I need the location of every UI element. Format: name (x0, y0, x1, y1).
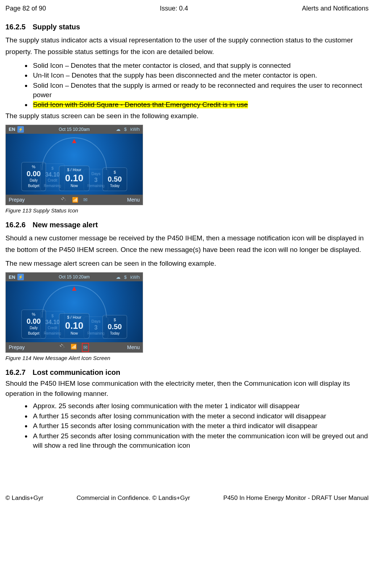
tile-header: $ / Hour (62, 167, 87, 173)
heading-number: 16.2.5 (5, 21, 33, 32)
tile-header: $ (105, 317, 125, 323)
list-item: A further 25 seconds after losing commun… (31, 431, 369, 450)
tile-header: $ / Hour (62, 314, 87, 320)
device-dashboard: % 0.00 Daily Budget $ 34.10 Credit Remai… (6, 134, 143, 195)
tile-sub: Today (105, 331, 125, 336)
device-topbar: EN ⚡ Oct 15 10:20am ☁ $ kWh (6, 273, 143, 281)
tile-value: 0.10 (62, 320, 87, 331)
mail-icon: ✉ (83, 196, 88, 204)
device-screenshot-supply: EN ⚡ Oct 15 10:20am ☁ $ kWh % 0.00 Daily… (5, 125, 143, 205)
tile-value: 0.50 (105, 175, 125, 183)
menu-label: Menu (127, 196, 140, 204)
gauge-needle (72, 286, 76, 291)
menu-label: Menu (127, 344, 140, 351)
paragraph: Should a new customer message be receive… (5, 232, 369, 256)
tile-sub: Now (62, 183, 87, 189)
cloud-icon: ☁ (116, 274, 121, 281)
list-item: A further 15 seconds after losing commun… (31, 421, 369, 431)
heading-supply-status: 16.2.5Supply status (5, 21, 369, 32)
plug-icon: 🔌 (61, 196, 67, 204)
heading-text: Lost communication icon (33, 368, 120, 376)
tile-today: $ 0.50 Today (102, 315, 127, 339)
paragraph: The supply status indicator acts a visua… (5, 34, 369, 58)
list-item: Solid Icon – Denotes that the supply is … (31, 81, 369, 99)
list-item: Un-lit Icon – Denotes that the supply ha… (31, 71, 369, 80)
page-header: Page 82 of 90 Issue: 0.4 Alerts and Noti… (5, 4, 369, 13)
plug-icon: 🔌 (59, 343, 66, 352)
dollar-icon: $ (124, 274, 127, 281)
confidentiality: Commercial in Confidence. © Landis+Gyr (76, 493, 190, 503)
tile-today: $ 0.50 Today (102, 167, 127, 191)
kwh-label: kWh (130, 274, 140, 281)
bolt-icon: ⚡ (17, 274, 24, 280)
tile-sub: Now (62, 331, 87, 336)
paragraph: Should the P450 IHEM lose communication … (5, 378, 369, 398)
prepay-label: Prepay (9, 344, 25, 351)
heading-text: New message alert (33, 221, 98, 229)
mail-icon-highlighted: ✉ (82, 343, 89, 352)
kwh-label: kWh (130, 126, 140, 133)
tile-header: $ (105, 169, 125, 175)
issue-number: Issue: 0.4 (160, 4, 188, 13)
tile-now: $ / Hour 0.10 Now (59, 166, 89, 191)
wifi-icon: 📶 (71, 343, 77, 352)
tile-value: 0.50 (105, 323, 125, 331)
bullet-list: Approx. 25 seconds after losing communic… (5, 401, 369, 450)
paragraph: The supply status screen can be seen in … (5, 110, 369, 122)
copyright-left: © Landis+Gyr (5, 493, 43, 503)
bullet-list: Solid Icon – Denotes that the meter cont… (5, 61, 369, 109)
doc-title: P450 In Home Energy Monitor - DRAFT User… (223, 493, 369, 503)
heading-lost-comm: 16.2.7Lost communication icon (5, 367, 369, 378)
heading-number: 16.2.6 (5, 219, 33, 230)
heading-new-message: 16.2.6New message alert (5, 219, 369, 230)
lang-label: EN (9, 274, 15, 281)
tile-now: $ / Hour 0.10 Now (59, 313, 89, 339)
gauge-needle (72, 139, 76, 143)
figure-caption: Figure 114 New Message Alert Icon Screen (5, 354, 369, 363)
heading-text: Supply status (33, 23, 80, 31)
prepay-label: Prepay (9, 196, 25, 204)
list-item: Solid Icon with Solid Square - Denotes t… (31, 100, 369, 109)
tile-sub: Today (105, 183, 125, 189)
section-title: Alerts and Notifications (302, 4, 369, 13)
lang-label: EN (9, 126, 15, 133)
figure-caption: Figure 113 Supply Status Icon (5, 207, 369, 215)
page-number: Page 82 of 90 (5, 4, 46, 13)
device-bottombar: Prepay 🔌 📶 ✉ Menu (6, 195, 143, 205)
list-item: Approx. 25 seconds after losing communic… (31, 401, 369, 411)
device-dashboard: % 0.00 Daily Budget $ 34.10 Credit Remai… (6, 281, 143, 342)
highlighted-strikethrough: Solid Icon with Solid Square - Denotes t… (33, 101, 248, 108)
device-topbar: EN ⚡ Oct 15 10:20am ☁ $ kWh (6, 125, 143, 134)
paragraph: The new message alert screen can be seen… (5, 258, 369, 269)
dollar-icon: $ (124, 126, 127, 133)
device-bottombar: Prepay 🔌 📶 ✉ Menu (6, 342, 143, 352)
bolt-icon: ⚡ (17, 126, 24, 133)
page-footer: © Landis+Gyr Commercial in Confidence. ©… (5, 493, 369, 503)
heading-number: 16.2.7 (5, 367, 33, 378)
list-item: Solid Icon – Denotes that the meter cont… (31, 61, 369, 70)
datetime-label: Oct 15 10:20am (59, 126, 89, 133)
list-item: A further 15 seconds after losing commun… (31, 411, 369, 421)
wifi-icon: 📶 (72, 196, 78, 204)
cloud-icon: ☁ (116, 126, 121, 133)
datetime-label: Oct 15 10:20am (59, 274, 89, 280)
device-screenshot-message: EN ⚡ Oct 15 10:20am ☁ $ kWh % 0.00 Daily… (5, 272, 143, 353)
tile-value: 0.10 (62, 173, 87, 183)
